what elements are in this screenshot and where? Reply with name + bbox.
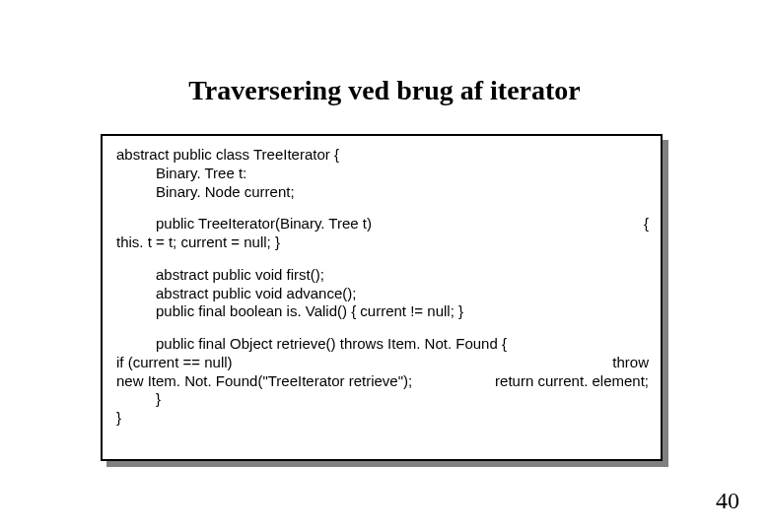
code-line: abstract public class TreeIterator {: [116, 146, 649, 165]
code-line: public final Object retrieve() throws It…: [116, 335, 649, 354]
code-line: public TreeIterator(Binary. Tree t) {: [116, 215, 649, 233]
code-block-2: public TreeIterator(Binary. Tree t) { th…: [116, 215, 649, 252]
code-line: abstract public void first();: [116, 266, 649, 285]
code-line: new Item. Not. Found("TreeIterator retri…: [116, 372, 649, 391]
code-text: throw: [612, 354, 649, 372]
code-text: return current. element;: [495, 372, 649, 391]
code-text: new Item. Not. Found("TreeIterator retri…: [116, 372, 412, 391]
slide: Traversering ved brug af iterator abstra…: [0, 0, 769, 532]
code-line: this. t = t; current = null; }: [116, 233, 649, 252]
code-line: }: [116, 409, 649, 428]
code-text: {: [644, 215, 649, 233]
code-line: abstract public void advance();: [116, 285, 649, 303]
page-number: 40: [716, 488, 739, 514]
code-box: abstract public class TreeIterator { Bin…: [101, 134, 663, 461]
code-block-1: abstract public class TreeIterator { Bin…: [116, 146, 649, 201]
code-text: public TreeIterator(Binary. Tree t): [116, 215, 372, 233]
code-line: Binary. Tree t:: [116, 165, 649, 183]
slide-title: Traversering ved brug af iterator: [0, 75, 769, 106]
code-line: public final boolean is. Valid() { curre…: [116, 302, 649, 321]
code-block-3: abstract public void first(); abstract p…: [116, 266, 649, 321]
code-line: Binary. Node current;: [116, 183, 649, 202]
code-line: }: [116, 390, 649, 409]
code-text: if (current == null): [116, 354, 233, 372]
code-line: if (current == null) throw: [116, 354, 649, 372]
code-block-4: public final Object retrieve() throws It…: [116, 335, 649, 428]
